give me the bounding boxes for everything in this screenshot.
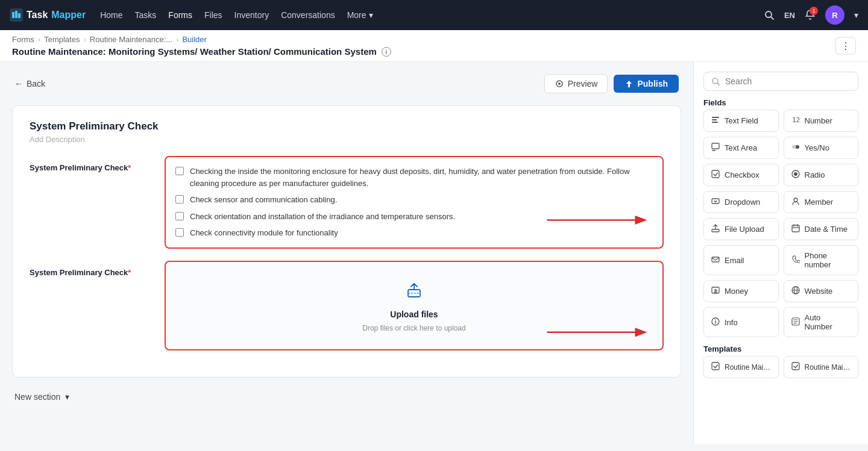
upload-field-icon (711, 224, 720, 234)
field-money[interactable]: Money (703, 280, 779, 302)
yesno-icon (791, 143, 800, 153)
svg-rect-11 (712, 150, 715, 151)
phone-icon (791, 255, 800, 266)
member-icon (791, 197, 800, 207)
checkbox-3[interactable] (175, 228, 184, 237)
template-item-1[interactable]: Routine Main... (784, 356, 859, 378)
checkbox-item-2[interactable]: Check orientation and installation of th… (175, 211, 653, 223)
checkbox-0[interactable] (175, 167, 184, 175)
field-money-label: Money (725, 287, 748, 296)
notifications-btn[interactable]: 1 (805, 9, 816, 22)
svg-rect-17 (712, 199, 719, 204)
sep3: › (176, 35, 178, 44)
email-icon (711, 255, 720, 266)
breadcrumb-routine[interactable]: Routine Maintenance:... (90, 35, 172, 44)
sep1: › (38, 35, 40, 44)
svg-point-16 (794, 172, 797, 176)
logo[interactable]: TaskMapper (10, 8, 86, 22)
field-text-area[interactable]: Text Area (703, 137, 779, 159)
new-section-btn[interactable]: New section ▾ (12, 387, 681, 406)
language-selector[interactable]: EN (784, 11, 795, 20)
preview-button[interactable]: Preview (544, 74, 608, 93)
field-info[interactable]: Info (703, 307, 779, 337)
field-website[interactable]: Website (784, 280, 859, 302)
checkbox-field[interactable]: Checking the inside the monitoring enclo… (165, 156, 664, 249)
nav-inventory[interactable]: Inventory (234, 10, 269, 20)
nav-home[interactable]: Home (100, 10, 122, 20)
templates-label: Templates (703, 344, 858, 353)
checkbox-item-0[interactable]: Checking the inside the monitoring enclo… (175, 166, 653, 189)
required-marker: * (128, 163, 131, 172)
field-text-area-label: Text Area (725, 143, 757, 152)
num-icon: 12 (791, 116, 800, 126)
breadcrumb-builder[interactable]: Builder (182, 35, 206, 44)
builder-main: ← Back Preview Publish System Preliminar… (0, 62, 693, 444)
publish-button[interactable]: Publish (614, 75, 679, 93)
checkbox-2[interactable] (175, 212, 184, 220)
template-item-0[interactable]: Routine Main... (703, 356, 779, 378)
dropdown-icon (711, 197, 720, 207)
upload-subtitle: Drop files or click here to upload (362, 324, 465, 332)
field-email[interactable]: Email (703, 245, 779, 275)
field-datetime[interactable]: Date & Time (784, 218, 859, 240)
fields-grid: Text Field 12 Number Text Area (703, 110, 858, 337)
svg-point-18 (794, 198, 797, 202)
field-label-checkbox: System Preliminary Check* (30, 156, 150, 172)
more-options-btn[interactable]: ⋮ (835, 37, 856, 55)
nav-files[interactable]: Files (204, 10, 222, 20)
svg-point-3 (558, 82, 561, 85)
field-dropdown-label: Dropdown (725, 198, 760, 207)
radio-icon (791, 170, 800, 180)
breadcrumb-forms[interactable]: Forms (12, 35, 34, 44)
checkbox-1[interactable] (175, 195, 184, 204)
checkbox-item-1[interactable]: Check sensor and communication cabling. (175, 194, 653, 206)
info-icon[interactable]: i (382, 47, 391, 57)
nav-conversations[interactable]: Conversations (281, 10, 335, 20)
search-wrap (703, 72, 858, 91)
website-icon (791, 286, 800, 296)
field-text-field[interactable]: Text Field (703, 110, 779, 132)
money-icon (711, 286, 720, 296)
nav-more[interactable]: More ▾ (347, 10, 373, 20)
breadcrumb-templates[interactable]: Templates (44, 35, 80, 44)
field-number[interactable]: 12 Number (784, 110, 859, 132)
section-title: System Preliminary Check (30, 120, 664, 132)
search-icon-btn[interactable] (764, 10, 775, 20)
template-checkbox-icon-1 (791, 362, 800, 372)
search-icon (711, 77, 720, 86)
field-yesno-label: Yes/No (805, 143, 829, 152)
field-phone[interactable]: Phone number (784, 245, 859, 275)
page-title: Routine Maintenance: Monitoring Systems/… (12, 46, 856, 57)
field-member[interactable]: Member (784, 191, 859, 213)
nav-tasks[interactable]: Tasks (135, 10, 157, 20)
avatar[interactable]: R (825, 5, 844, 25)
svg-text:12: 12 (792, 116, 800, 124)
template-label-0: Routine Main... (725, 363, 771, 372)
fields-section: Fields Text Field 12 Number (703, 98, 858, 337)
field-yesno[interactable]: Yes/No (784, 137, 859, 159)
nav-forms[interactable]: Forms (168, 10, 192, 20)
field-autonumber[interactable]: Auto Number (784, 307, 859, 337)
field-label-upload: System Preliminary Check* (30, 261, 150, 277)
svg-rect-8 (712, 122, 718, 123)
nav-links: Home Tasks Forms Files Inventory Convers… (100, 10, 750, 20)
svg-point-26 (715, 319, 716, 320)
builder-layout: ← Back Preview Publish System Preliminar… (0, 62, 868, 444)
section-description[interactable]: Add Description (30, 135, 664, 144)
search-input[interactable] (725, 76, 851, 86)
svg-rect-19 (712, 229, 719, 232)
breadcrumb: Forms › Templates › Routine Maintenance:… (12, 35, 856, 44)
upload-field[interactable]: Upload files Drop files or click here to… (165, 261, 664, 350)
field-file-upload[interactable]: File Upload (703, 218, 779, 240)
svg-rect-21 (712, 257, 719, 262)
back-button[interactable]: ← Back (14, 79, 45, 89)
field-checkbox[interactable]: Checkbox (703, 164, 779, 186)
field-dropdown[interactable]: Dropdown (703, 191, 779, 213)
svg-rect-6 (712, 117, 719, 118)
checkbox-item-3[interactable]: Check connectivity module for functional… (175, 227, 653, 239)
chevron-down-icon[interactable]: ▾ (854, 10, 858, 20)
field-radio[interactable]: Radio (784, 164, 859, 186)
template-label-1: Routine Main... (805, 363, 851, 372)
field-member-label: Member (805, 198, 834, 207)
field-phone-label: Phone number (805, 251, 851, 269)
